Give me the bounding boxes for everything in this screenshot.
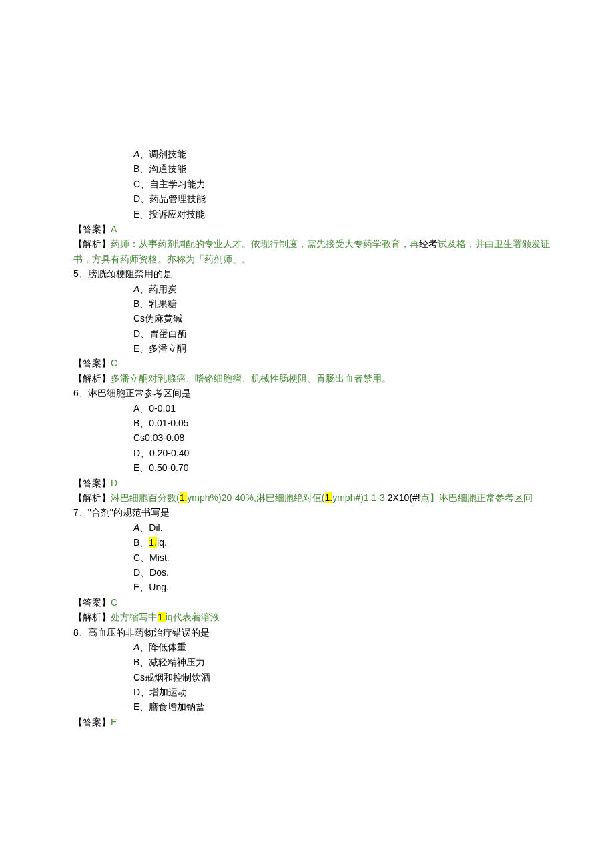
q5-option-c: Cs伪麻黄碱 bbox=[60, 311, 554, 326]
q6-stem: 6、淋巴细胞正常参考区间是 bbox=[60, 386, 554, 400]
q6-option-e: E、0.50-0.70 bbox=[60, 460, 554, 475]
analysis-p2: iq代表着溶液 bbox=[166, 612, 220, 622]
q4-analysis: 【解析】药师：从事药剂调配的专业人才。依现行制度，需先接受大专药学教育，再经考试… bbox=[60, 236, 554, 266]
analysis-text-black: 经考 bbox=[419, 238, 438, 249]
q4-option-e: E、投诉应对技能 bbox=[60, 207, 554, 222]
q4-option-d: D、药品管理技能 bbox=[60, 191, 554, 206]
q7-option-b: B、1.iq. bbox=[60, 535, 554, 550]
answer-value: C bbox=[111, 597, 117, 608]
analysis-text: 多潘立酮对乳腺癌、嗜铬细胞瘤、机械性肠梗阻、胃肠出血者禁用。 bbox=[111, 373, 391, 384]
q4-option-c: C、自主学习能力 bbox=[60, 177, 554, 191]
q4-answer: 【答案】A bbox=[60, 222, 554, 236]
highlight: 1. bbox=[149, 537, 157, 548]
q6-answer: 【答案】D bbox=[60, 476, 554, 490]
q8-option-e: E、膳食增加钠盐 bbox=[60, 699, 554, 714]
q8-option-a: A、降低体重 bbox=[60, 640, 554, 655]
highlight: 1. bbox=[158, 612, 166, 622]
highlight: 1. bbox=[325, 492, 333, 503]
analysis-label: 【解析】 bbox=[73, 612, 111, 622]
q6-option-a: A、0-0.01 bbox=[60, 401, 554, 416]
q6-option-c: Cs0.03-0.08 bbox=[60, 430, 554, 445]
answer-value: D bbox=[111, 478, 117, 488]
document-page: A、调剂技能 B、沟通技能 C、自主学习能力 D、药品管理技能 E、投诉应对技能… bbox=[0, 0, 614, 863]
option-pre: B、 bbox=[133, 537, 149, 548]
option-text: 、Dil. bbox=[139, 522, 162, 533]
option-post: iq. bbox=[157, 537, 167, 548]
analysis-p3: ymph#)1.1-3. bbox=[332, 492, 387, 503]
q7-answer: 【答案】C bbox=[60, 595, 554, 610]
q5-analysis: 【解析】多潘立酮对乳腺癌、嗜铬细胞瘤、机械性肠梗阻、胃肠出血者禁用。 bbox=[60, 371, 554, 386]
analysis-label: 【解析】 bbox=[73, 238, 111, 249]
q7-option-c: C、Mist. bbox=[60, 550, 554, 565]
option-letter: A bbox=[133, 522, 139, 533]
answer-label: 【答案】 bbox=[73, 358, 111, 368]
q8-answer: 【答案】E bbox=[60, 715, 554, 729]
q5-option-b: B、乳果糖 bbox=[60, 296, 554, 311]
q8-option-d: D、增加运动 bbox=[60, 685, 554, 699]
option-letter: A bbox=[133, 642, 139, 653]
analysis-label: 【解析】 bbox=[73, 492, 111, 503]
q5-answer: 【答案】C bbox=[60, 356, 554, 370]
q5-option-d: D、胃蛋白酶 bbox=[60, 326, 554, 341]
answer-value: A bbox=[111, 224, 117, 234]
answer-label: 【答案】 bbox=[73, 597, 111, 608]
option-text: 、药用炭 bbox=[139, 284, 177, 294]
q5-option-e: E、多潘立酮 bbox=[60, 341, 554, 356]
q7-analysis: 【解析】处方缩写中1.iq代表着溶液 bbox=[60, 610, 554, 624]
option-letter: A bbox=[133, 149, 139, 159]
q5-option-a: A、药用炭 bbox=[60, 282, 554, 296]
q8-option-c: Cs戒烟和控制饮酒 bbox=[60, 670, 554, 685]
q6-option-d: D、0.20-0.40 bbox=[60, 446, 554, 460]
highlight: 1. bbox=[180, 492, 188, 503]
q7-stem: 7、"合剂"的规范书写是 bbox=[60, 505, 554, 520]
analysis-text: 药师：从事药剂调配的专业人才。依现行制度，需先接受大专药学教育，再 bbox=[111, 238, 419, 249]
q4-option-b: B、沟通技能 bbox=[60, 161, 554, 176]
analysis-label: 【解析】 bbox=[73, 373, 111, 384]
q4-option-a: A、调剂技能 bbox=[60, 147, 554, 161]
q7-option-a: A、Dil. bbox=[60, 520, 554, 535]
q6-analysis: 【解析】淋巴细胞百分数(1.ymph%)20-40%,淋巴细胞绝对值(1.ymp… bbox=[60, 490, 554, 505]
q7-option-e: E、Ung. bbox=[60, 580, 554, 594]
option-text: 、调剂技能 bbox=[139, 149, 186, 159]
answer-value: E bbox=[111, 717, 117, 727]
answer-label: 【答案】 bbox=[73, 478, 111, 488]
answer-label: 【答案】 bbox=[73, 224, 111, 234]
q8-stem: 8、高血压的非药物治疗错误的是 bbox=[60, 625, 554, 640]
q6-option-b: B、0.01-0.05 bbox=[60, 416, 554, 430]
q5-stem: 5、膀胱颈梗阻禁用的是 bbox=[60, 266, 554, 281]
analysis-p2: ymph%)20-40%,淋巴细胞绝对值( bbox=[187, 492, 324, 503]
option-text: 、降低体重 bbox=[139, 642, 186, 653]
option-letter: A bbox=[133, 284, 139, 294]
analysis-p1: 处方缩写中 bbox=[111, 612, 158, 622]
analysis-p4: 2X10(#! bbox=[388, 492, 420, 503]
q7-option-d: D、Dos. bbox=[60, 565, 554, 580]
answer-label: 【答案】 bbox=[73, 717, 111, 727]
analysis-p5: 点】淋巴细胞正常参考区间 bbox=[420, 492, 533, 503]
q8-option-b: B、减轻精神压力 bbox=[60, 655, 554, 669]
answer-value: C bbox=[111, 358, 117, 368]
analysis-p1: 淋巴细胞百分数( bbox=[111, 492, 180, 503]
